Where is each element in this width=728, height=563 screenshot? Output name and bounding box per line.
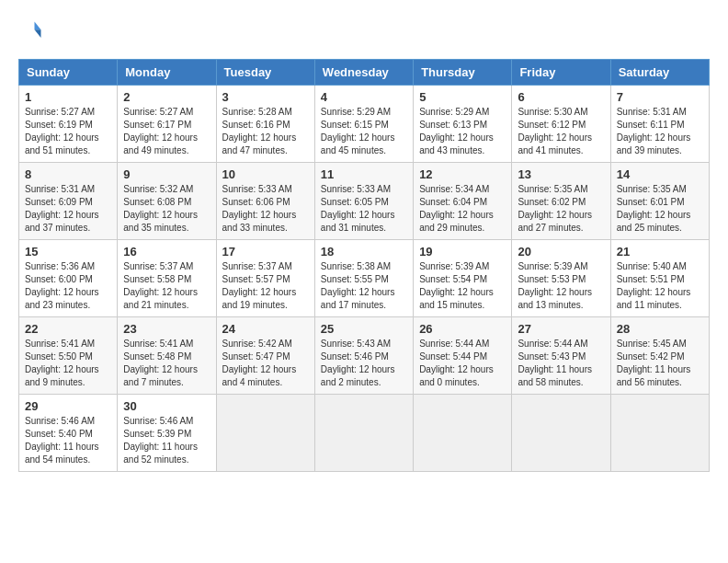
day-info: Sunrise: 5:31 AMSunset: 6:09 PMDaylight:… [25,183,111,235]
day-number: 5 [419,90,506,104]
day-number: 17 [222,245,309,259]
day-info: Sunrise: 5:33 AMSunset: 6:06 PMDaylight:… [222,183,309,235]
logo [18,18,48,44]
day-number: 20 [518,245,604,259]
calendar-cell: 4Sunrise: 5:29 AMSunset: 6:15 PMDaylight… [314,86,413,163]
day-number: 15 [25,245,111,259]
calendar-cell: 3Sunrise: 5:28 AMSunset: 6:16 PMDaylight… [216,86,314,163]
calendar-cell: 2Sunrise: 5:27 AMSunset: 6:17 PMDaylight… [118,86,216,163]
calendar-cell: 19Sunrise: 5:39 AMSunset: 5:54 PMDayligh… [414,240,512,317]
calendar-cell: 23Sunrise: 5:41 AMSunset: 5:48 PMDayligh… [118,317,216,395]
calendar-cell: 12Sunrise: 5:34 AMSunset: 6:04 PMDayligh… [414,163,512,240]
day-info: Sunrise: 5:39 AMSunset: 5:53 PMDaylight:… [518,260,604,312]
day-number: 22 [25,322,111,336]
calendar-cell: 29Sunrise: 5:46 AMSunset: 5:40 PMDayligh… [19,395,118,472]
calendar-cell: 7Sunrise: 5:31 AMSunset: 6:11 PMDaylight… [610,86,709,163]
calendar-cell: 22Sunrise: 5:41 AMSunset: 5:50 PMDayligh… [19,317,118,395]
day-info: Sunrise: 5:33 AMSunset: 6:05 PMDaylight:… [321,183,407,235]
col-header-thursday: Thursday [414,60,512,86]
day-info: Sunrise: 5:45 AMSunset: 5:42 PMDaylight:… [617,338,703,389]
day-info: Sunrise: 5:37 AMSunset: 5:58 PMDaylight:… [123,260,210,312]
day-number: 12 [419,167,506,181]
calendar-header-row: SundayMondayTuesdayWednesdayThursdayFrid… [19,60,710,86]
calendar-cell: 15Sunrise: 5:36 AMSunset: 6:00 PMDayligh… [19,240,118,317]
day-info: Sunrise: 5:40 AMSunset: 5:51 PMDaylight:… [617,260,703,312]
day-number: 21 [617,245,703,259]
calendar-week-row: 15Sunrise: 5:36 AMSunset: 6:00 PMDayligh… [19,240,710,317]
day-info: Sunrise: 5:32 AMSunset: 6:08 PMDaylight:… [123,183,210,235]
day-number: 23 [123,322,210,336]
svg-marker-0 [35,22,41,30]
calendar-table: SundayMondayTuesdayWednesdayThursdayFrid… [18,59,710,472]
calendar-cell: 1Sunrise: 5:27 AMSunset: 6:19 PMDaylight… [19,86,118,163]
svg-marker-1 [35,29,41,38]
col-header-saturday: Saturday [610,60,709,86]
day-info: Sunrise: 5:42 AMSunset: 5:47 PMDaylight:… [222,338,309,389]
page-header [18,18,710,44]
day-number: 3 [222,90,309,104]
calendar-cell: 5Sunrise: 5:29 AMSunset: 6:13 PMDaylight… [414,86,512,163]
day-info: Sunrise: 5:29 AMSunset: 6:13 PMDaylight:… [419,106,506,157]
day-number: 8 [25,167,111,181]
calendar-week-row: 29Sunrise: 5:46 AMSunset: 5:40 PMDayligh… [19,395,710,472]
calendar-cell: 24Sunrise: 5:42 AMSunset: 5:47 PMDayligh… [216,317,314,395]
calendar-cell: 21Sunrise: 5:40 AMSunset: 5:51 PMDayligh… [610,240,709,317]
day-info: Sunrise: 5:37 AMSunset: 5:57 PMDaylight:… [222,260,309,312]
col-header-wednesday: Wednesday [314,60,413,86]
day-info: Sunrise: 5:29 AMSunset: 6:15 PMDaylight:… [321,106,407,157]
calendar-cell: 13Sunrise: 5:35 AMSunset: 6:02 PMDayligh… [512,163,610,240]
day-info: Sunrise: 5:46 AMSunset: 5:39 PMDaylight:… [123,415,210,466]
calendar-cell: 27Sunrise: 5:44 AMSunset: 5:43 PMDayligh… [512,317,610,395]
col-header-monday: Monday [118,60,216,86]
day-number: 11 [321,167,407,181]
calendar-cell [610,395,709,472]
day-info: Sunrise: 5:35 AMSunset: 6:01 PMDaylight:… [617,183,703,235]
day-info: Sunrise: 5:41 AMSunset: 5:48 PMDaylight:… [123,338,210,389]
calendar-cell: 17Sunrise: 5:37 AMSunset: 5:57 PMDayligh… [216,240,314,317]
calendar-cell: 20Sunrise: 5:39 AMSunset: 5:53 PMDayligh… [512,240,610,317]
calendar-week-row: 22Sunrise: 5:41 AMSunset: 5:50 PMDayligh… [19,317,710,395]
day-info: Sunrise: 5:36 AMSunset: 6:00 PMDaylight:… [25,260,111,312]
day-number: 26 [419,322,506,336]
day-info: Sunrise: 5:41 AMSunset: 5:50 PMDaylight:… [25,338,111,389]
day-number: 1 [25,90,111,104]
day-number: 18 [321,245,407,259]
calendar-cell: 6Sunrise: 5:30 AMSunset: 6:12 PMDaylight… [512,86,610,163]
day-number: 27 [518,322,604,336]
day-info: Sunrise: 5:30 AMSunset: 6:12 PMDaylight:… [518,106,604,157]
day-number: 25 [321,322,407,336]
calendar-cell: 30Sunrise: 5:46 AMSunset: 5:39 PMDayligh… [118,395,216,472]
col-header-friday: Friday [512,60,610,86]
day-info: Sunrise: 5:43 AMSunset: 5:46 PMDaylight:… [321,338,407,389]
day-info: Sunrise: 5:38 AMSunset: 5:55 PMDaylight:… [321,260,407,312]
day-info: Sunrise: 5:35 AMSunset: 6:02 PMDaylight:… [518,183,604,235]
calendar-cell: 10Sunrise: 5:33 AMSunset: 6:06 PMDayligh… [216,163,314,240]
col-header-sunday: Sunday [19,60,118,86]
day-number: 16 [123,245,210,259]
day-info: Sunrise: 5:34 AMSunset: 6:04 PMDaylight:… [419,183,506,235]
day-info: Sunrise: 5:46 AMSunset: 5:40 PMDaylight:… [25,415,111,466]
day-info: Sunrise: 5:39 AMSunset: 5:54 PMDaylight:… [419,260,506,312]
day-info: Sunrise: 5:27 AMSunset: 6:19 PMDaylight:… [25,106,111,157]
calendar-cell: 18Sunrise: 5:38 AMSunset: 5:55 PMDayligh… [314,240,413,317]
logo-icon [18,18,44,44]
day-number: 19 [419,245,506,259]
calendar-cell [314,395,413,472]
calendar-cell [414,395,512,472]
day-number: 10 [222,167,309,181]
col-header-tuesday: Tuesday [216,60,314,86]
calendar-cell: 26Sunrise: 5:44 AMSunset: 5:44 PMDayligh… [414,317,512,395]
day-number: 6 [518,90,604,104]
day-number: 7 [617,90,703,104]
calendar-cell: 8Sunrise: 5:31 AMSunset: 6:09 PMDaylight… [19,163,118,240]
day-number: 9 [123,167,210,181]
calendar-cell [216,395,314,472]
calendar-cell: 28Sunrise: 5:45 AMSunset: 5:42 PMDayligh… [610,317,709,395]
day-number: 14 [617,167,703,181]
day-info: Sunrise: 5:27 AMSunset: 6:17 PMDaylight:… [123,106,210,157]
day-number: 24 [222,322,309,336]
day-info: Sunrise: 5:44 AMSunset: 5:44 PMDaylight:… [419,338,506,389]
day-number: 2 [123,90,210,104]
calendar-cell: 25Sunrise: 5:43 AMSunset: 5:46 PMDayligh… [314,317,413,395]
day-number: 4 [321,90,407,104]
